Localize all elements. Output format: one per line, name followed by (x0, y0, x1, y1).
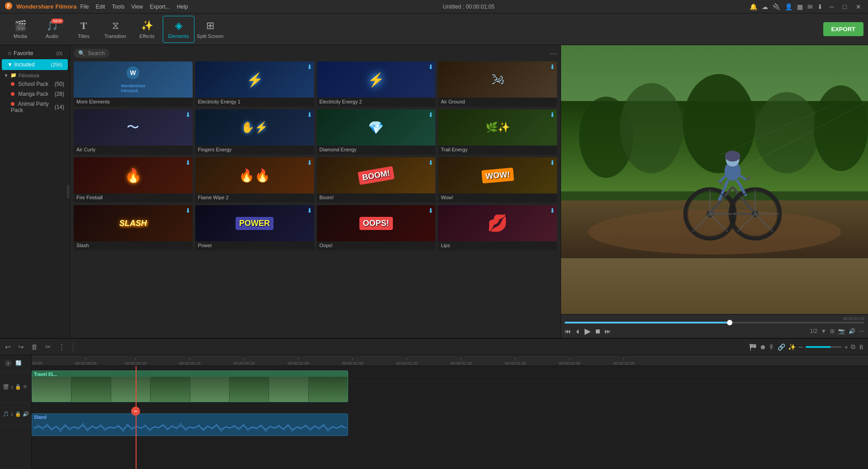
zoom-slider[interactable] (806, 346, 842, 348)
download-elec1-icon[interactable]: ⬇ (307, 63, 312, 70)
timeline-mode-icon[interactable]: 🔄 (15, 360, 22, 366)
tool-effects[interactable]: ✨ Effects (131, 16, 163, 43)
progress-handle[interactable] (727, 320, 732, 325)
search-bar[interactable]: 🔍 Search (74, 49, 109, 58)
step-back-button[interactable]: ⏴ (575, 328, 581, 335)
audio-mute-icon[interactable]: 🔊 (23, 411, 29, 417)
menu-view[interactable]: View (131, 4, 143, 10)
grid-options-icon[interactable]: ⋯ (550, 49, 557, 58)
templates-icon[interactable]: ▦ (797, 3, 803, 10)
next-frame-button[interactable]: ⏭ (604, 328, 611, 335)
fit-timeline-icon[interactable]: ⧉ (851, 343, 855, 351)
tool-media[interactable]: 🎬 Media (5, 16, 36, 43)
maximize-button[interactable]: □ (841, 3, 849, 10)
download-flame-icon[interactable]: ⬇ (307, 159, 312, 166)
progress-bar[interactable] (565, 322, 864, 324)
audio-clip-stand[interactable]: Stand (32, 413, 348, 436)
download-slash-icon[interactable]: ⬇ (185, 207, 191, 214)
download-fingers-icon[interactable]: ⬇ (307, 111, 312, 118)
download-trail-icon[interactable]: ⬇ (550, 111, 555, 118)
lock-icon[interactable]: 🔒 (15, 384, 21, 390)
fraction-dropdown-icon[interactable]: ▼ (821, 328, 826, 334)
zoom-in-icon[interactable]: + (844, 343, 848, 351)
element-flame[interactable]: 🔥🔥 ⬇ Flame Wipe 2 (195, 157, 314, 202)
detach-audio-icon[interactable]: 🔗 (778, 343, 785, 351)
element-fire[interactable]: 🔥 ⬇ Fire Fireball (74, 157, 193, 202)
account-icon[interactable]: 👤 (785, 3, 793, 10)
menu-edit[interactable]: Edit (96, 4, 105, 10)
tool-elements[interactable]: ◈ Elements (163, 16, 194, 43)
undo-button[interactable]: ↩ (4, 342, 12, 352)
menu-help[interactable]: Help (177, 4, 188, 10)
tool-transition[interactable]: ⧖ Transition (99, 16, 131, 43)
element-airground[interactable]: 🌬 ⬇ Air Ground (438, 61, 557, 107)
playhead-scissor-marker[interactable]: ✂ (131, 407, 140, 416)
cloud-icon[interactable]: ☁ (762, 3, 768, 10)
voice-over-icon[interactable]: 🎙 (769, 343, 775, 351)
sidebar-manga-pack[interactable]: Manga Pack (28) (0, 89, 70, 99)
tool-splitscreen[interactable]: ⊞ Split Screen (194, 16, 226, 43)
element-wow[interactable]: WOW! ⬇ Wow! (438, 157, 557, 202)
audio-lock-icon[interactable]: 🔒 (15, 411, 21, 417)
sidebar-collapse-button[interactable]: ‹ (67, 185, 70, 198)
play-button[interactable]: ▶ (585, 326, 591, 336)
element-elec1[interactable]: ⚡ ⬇ Electricity Energy 1 (195, 61, 314, 107)
sidebar-item-included[interactable]: ▼ Included (256) (2, 59, 68, 70)
element-more-elements[interactable]: W WondershareFilmstock More Elements (74, 61, 193, 107)
plugins-icon[interactable]: 🔌 (773, 3, 780, 10)
element-oops[interactable]: OOPS! ⬇ Oops! (317, 205, 436, 250)
delete-button[interactable]: 🗑 (30, 342, 39, 352)
mail-icon[interactable]: ✉ (807, 3, 813, 10)
export-button[interactable]: EXPORT (823, 22, 863, 36)
element-aircurly[interactable]: 〜 ⬇ Air Curly (74, 109, 193, 155)
element-diamond[interactable]: 💎 ⬇ Diamond Energy (317, 109, 436, 155)
menu-tools[interactable]: Tools (112, 4, 124, 10)
download-wow-icon[interactable]: ⬇ (550, 159, 555, 166)
download-diamond-icon[interactable]: ⬇ (428, 111, 434, 118)
zoom-out-icon[interactable]: ─ (798, 343, 803, 351)
volume-icon[interactable]: 🔊 (849, 328, 855, 334)
close-button[interactable]: ✕ (854, 3, 863, 10)
download-airground-icon[interactable]: ⬇ (550, 63, 555, 70)
menu-export[interactable]: Export... (150, 4, 170, 10)
split-audio-button[interactable]: ⋮ (57, 342, 66, 352)
download-aircurly-icon[interactable]: ⬇ (185, 111, 191, 118)
stop-button[interactable]: ⏹ (594, 328, 601, 335)
timeline-playhead[interactable] (136, 366, 137, 469)
sidebar-school-pack[interactable]: School Pack (50) (0, 79, 70, 89)
menu-file[interactable]: File (80, 4, 89, 10)
download-fire-icon[interactable]: ⬇ (185, 159, 191, 166)
sidebar-animal-pack[interactable]: Animal Party Pack (14) (0, 99, 70, 115)
pause-render-icon[interactable]: ⏸ (858, 343, 864, 351)
element-fingers[interactable]: ✋⚡ ⬇ Fingers Energy (195, 109, 314, 155)
element-slash[interactable]: SLASH ⬇ Slash (74, 205, 193, 250)
screenshot-icon[interactable]: 📷 (838, 328, 845, 334)
minimize-button[interactable]: ─ (827, 3, 836, 10)
tool-audio[interactable]: 🎵 Audio NEW (36, 16, 68, 43)
cut-button[interactable]: ✂ (44, 342, 52, 352)
element-power[interactable]: POWER ⬇ Power (195, 205, 314, 250)
notifications-icon[interactable]: 🔔 (750, 3, 757, 10)
download-boom-icon[interactable]: ⬇ (428, 159, 434, 166)
eye-icon[interactable]: 👁 (23, 384, 28, 390)
tool-titles[interactable]: T Titles (68, 16, 99, 43)
redo-button[interactable]: ↪ (17, 342, 25, 352)
fit-screen-icon[interactable]: ⊞ (830, 328, 835, 334)
video-clip-travel[interactable]: Travel 01... (32, 371, 348, 402)
download-elec2-icon[interactable]: ⬇ (428, 63, 434, 70)
effects-panel-icon[interactable]: ✨ (788, 343, 796, 351)
more-options-icon[interactable]: ⋯ (859, 328, 864, 334)
element-lips[interactable]: 💋 ⬇ Lips (438, 205, 557, 250)
sidebar-filmstock-section[interactable]: ▼ 📁 Filmstock (0, 70, 70, 79)
element-trail[interactable]: 🌿✨ ⬇ Trail Energy (438, 109, 557, 155)
add-marker-icon[interactable]: 🏁 (749, 343, 757, 351)
add-media-track-button[interactable]: + (5, 360, 12, 367)
download-power-icon[interactable]: ⬇ (307, 207, 312, 214)
element-elec2[interactable]: ⚡ ⬇ Electricity Energy 2 (317, 61, 436, 107)
download-oops-icon[interactable]: ⬇ (428, 207, 434, 214)
record-icon[interactable]: ⏺ (760, 343, 766, 351)
download-icon[interactable]: ⬇ (817, 3, 823, 10)
prev-frame-button[interactable]: ⏮ (565, 328, 571, 335)
sidebar-item-favorite[interactable]: ☆ Favorite (0) (2, 48, 68, 59)
download-lips-icon[interactable]: ⬇ (550, 207, 555, 214)
